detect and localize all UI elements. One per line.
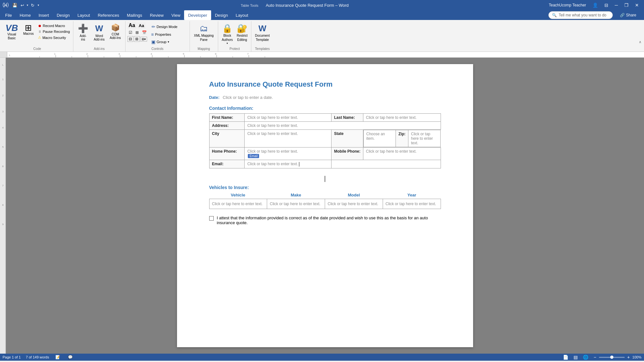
building-block-button[interactable]: ⊟ bbox=[127, 36, 133, 42]
ribbon-collapse-button[interactable]: ∧ bbox=[639, 40, 641, 44]
protect-group-items: 🔒 BlockAuthors ▾ 🔐 RestrictEditing bbox=[220, 22, 249, 46]
menu-layout[interactable]: Layout bbox=[74, 10, 94, 20]
tell-me-bar[interactable]: 🔍 Tell me what you want to do bbox=[548, 11, 613, 19]
attestation-checkbox[interactable] bbox=[209, 216, 214, 221]
customize-qat-button[interactable]: ▾ bbox=[36, 3, 41, 8]
svg-text:L: L bbox=[2, 63, 4, 66]
svg-text:5: 5 bbox=[183, 52, 184, 55]
zoom-in-button[interactable]: + bbox=[626, 355, 631, 360]
more-icon: ⊞ bbox=[135, 37, 138, 41]
block-authors-button[interactable]: 🔒 BlockAuthors ▾ bbox=[220, 22, 234, 46]
restrict-editing-button[interactable]: 🔐 RestrictEditing bbox=[235, 22, 249, 43]
ribbon-group-controls: Aa Aa ☑ ⊞ 📅 bbox=[126, 21, 190, 52]
table-tools-label: Table Tools bbox=[241, 4, 258, 7]
model-input[interactable]: Click or tap here to enter text. bbox=[325, 199, 383, 209]
comment-button[interactable]: 💬 bbox=[67, 355, 74, 359]
minimize-button[interactable]: ─ bbox=[612, 2, 621, 8]
web-layout-button[interactable]: 🌐 bbox=[582, 355, 590, 360]
svg-text:2: 2 bbox=[86, 52, 88, 55]
svg-text:6: 6 bbox=[215, 52, 217, 55]
profile-icon[interactable]: 👤 bbox=[590, 2, 601, 8]
menu-file[interactable]: File bbox=[1, 10, 16, 20]
menu-developer[interactable]: Developer bbox=[184, 10, 211, 20]
date-input[interactable]: Click or tap to enter a date. bbox=[223, 95, 273, 100]
properties-button[interactable]: ≡ Properties bbox=[150, 31, 179, 38]
print-layout-button[interactable]: ▤ bbox=[572, 355, 579, 360]
menu-insert[interactable]: Insert bbox=[35, 10, 53, 20]
user-name: TeachUcomp Teacher bbox=[549, 3, 586, 7]
share-button[interactable]: 🔗 Share bbox=[616, 12, 640, 19]
zip-input[interactable]: Click or tap here to enter text. bbox=[408, 130, 441, 147]
zoom-level: 100% bbox=[632, 355, 641, 359]
com-addins-button[interactable]: 📦 COM Add-Ins bbox=[107, 22, 123, 41]
addins-group-items: ➕ Add-ins W Word Add-ins 📦 COM Add-Ins bbox=[75, 22, 123, 46]
add-ins-button[interactable]: ➕ Add-ins bbox=[75, 22, 91, 43]
aa-button-small[interactable]: Aa bbox=[137, 23, 145, 29]
mapping-group-label: Mapping bbox=[192, 46, 216, 52]
attestation-text: I attest that the information provided i… bbox=[217, 215, 441, 225]
read-mode-button[interactable]: 📄 bbox=[562, 355, 570, 360]
aa-button-large[interactable]: Aa bbox=[127, 22, 136, 29]
status-bar: Page 1 of 1 7 of 149 words 📝 💬 📄 ▤ 🌐 − +… bbox=[0, 354, 644, 361]
email-input[interactable]: Click or tap here to enter text. bbox=[245, 160, 331, 168]
ribbon-display-button[interactable]: ⊟ bbox=[602, 2, 611, 8]
date-control-button[interactable]: 📅 bbox=[141, 30, 148, 35]
app-icon: 🄦 bbox=[3, 2, 9, 9]
vehicles-table: Click or tap here to enter text. Click o… bbox=[209, 199, 441, 209]
attestation-row: I attest that the information provided i… bbox=[209, 215, 441, 225]
mobile-phone-input[interactable]: Click or tap here to enter text. bbox=[363, 148, 441, 160]
undo-dropdown-button[interactable]: ▾ bbox=[26, 3, 29, 7]
email-label: Email: bbox=[209, 160, 245, 168]
zoom-thumb bbox=[610, 356, 613, 359]
more-controls-button[interactable]: ⊞ bbox=[134, 36, 140, 42]
combo-control-button[interactable]: ⊞ bbox=[134, 30, 140, 35]
menu-review[interactable]: Review bbox=[146, 10, 168, 20]
save-button[interactable]: 💾 bbox=[11, 2, 19, 9]
zoom-track[interactable] bbox=[599, 357, 625, 358]
protect-group-label: Protect bbox=[220, 46, 249, 52]
pause-recording-button[interactable]: ⏸ Pause Recording bbox=[37, 29, 71, 34]
menu-mailings[interactable]: Mailings bbox=[123, 10, 146, 20]
first-name-input[interactable]: Click or tap here to enter text. bbox=[245, 114, 331, 122]
macro-security-button[interactable]: ⚠ Macro Security bbox=[37, 35, 71, 40]
menu-home[interactable]: Home bbox=[16, 10, 35, 20]
address-input[interactable]: Click or tap here to enter text. bbox=[245, 122, 441, 130]
last-name-input[interactable]: Click or tap here to enter text. bbox=[363, 114, 441, 122]
table-row-email: Email: Click or tap here to enter text. bbox=[209, 160, 441, 168]
word-addins-button[interactable]: W Word Add-ins bbox=[91, 22, 107, 43]
undo-button[interactable]: ↩ bbox=[19, 2, 25, 9]
ribbon-content: VB VisualBasic ⊞ Macros ⏺ Record Macro ⏸ bbox=[0, 21, 644, 52]
table-row-city: City Click or tap here to enter text. St… bbox=[209, 130, 441, 148]
home-phone-input[interactable]: Click or tap here to enter text. Email bbox=[245, 148, 331, 160]
macros-button[interactable]: ⊞ Macros bbox=[21, 22, 36, 37]
zoom-out-button[interactable]: − bbox=[592, 355, 597, 360]
menu-references[interactable]: References bbox=[94, 10, 123, 20]
dropdown-control-button[interactable]: ⊞▾ bbox=[140, 37, 147, 42]
record-macro-button[interactable]: ⏺ Record Macro bbox=[37, 23, 71, 28]
menu-layout-table[interactable]: Layout bbox=[232, 10, 252, 20]
menu-design[interactable]: Design bbox=[53, 10, 73, 20]
email-tooltip: Email bbox=[248, 154, 259, 158]
document-template-button[interactable]: W DocumentTemplate bbox=[253, 22, 271, 43]
city-input[interactable]: Click or tap here to enter text. bbox=[245, 130, 331, 148]
title-bar-right: TeachUcomp Teacher 👤 ⊟ ─ ❐ ✕ bbox=[549, 2, 641, 8]
menu-design-table[interactable]: Design bbox=[211, 10, 232, 20]
macro-side-buttons: ⏺ Record Macro ⏸ Pause Recording ⚠ Macro… bbox=[37, 22, 71, 40]
design-mode-button[interactable]: ✏ Design Mode bbox=[150, 23, 179, 30]
vehicle-input[interactable]: Click or tap here to enter text. bbox=[209, 199, 267, 209]
menu-view[interactable]: View bbox=[167, 10, 184, 20]
make-input[interactable]: Click or tap here to enter text. bbox=[267, 199, 325, 209]
redo-button[interactable]: ↻ bbox=[30, 2, 36, 9]
proofing-button[interactable]: 📝 bbox=[54, 355, 61, 359]
group-button[interactable]: ▣ Group ▾ bbox=[150, 39, 179, 45]
xml-mapping-pane-button[interactable]: 🗂 XML MappingPane bbox=[192, 22, 216, 43]
document-scroll-area[interactable]: Auto Insurance Quote Request Form Date: … bbox=[6, 58, 644, 354]
checkbox-control-button[interactable]: ☑ bbox=[127, 30, 134, 35]
code-group-items: VB VisualBasic ⊞ Macros ⏺ Record Macro ⏸ bbox=[3, 22, 71, 46]
restore-button[interactable]: ❐ bbox=[622, 2, 631, 8]
state-input[interactable]: Choose an item. bbox=[364, 130, 396, 147]
close-button[interactable]: ✕ bbox=[632, 2, 641, 8]
visual-basic-button[interactable]: VB VisualBasic bbox=[3, 22, 20, 42]
year-input[interactable]: Click or tap here to enter text. bbox=[383, 199, 441, 209]
quick-access-toolbar: 🄦 💾 ↩ ▾ ↻ ▾ bbox=[3, 2, 41, 9]
